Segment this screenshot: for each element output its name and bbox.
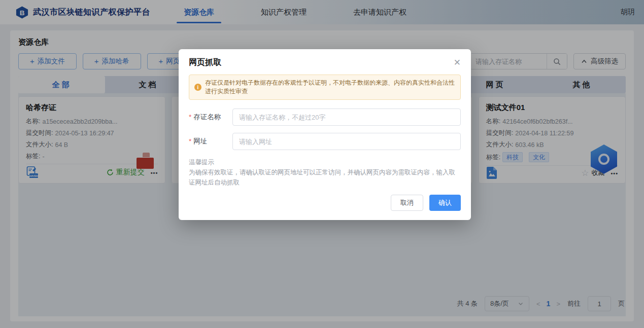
tip-title: 温馨提示 bbox=[189, 157, 461, 167]
cancel-button[interactable]: 取消 bbox=[391, 195, 423, 211]
warning-alert: 存证仅是针对电子数据存在的客观性予以证明，不对电子数据的来源、内容的真实性和合法… bbox=[189, 75, 461, 100]
confirm-button[interactable]: 确认 bbox=[429, 195, 461, 211]
capture-form: 存证名称 网址 bbox=[189, 108, 461, 150]
tip-body: 为确保有效取证，请确认取证的网页地址可以正常访问，并确认网页内容为需取证内容，输… bbox=[189, 167, 461, 188]
field-label-name: 存证名称 bbox=[189, 113, 232, 122]
close-icon[interactable] bbox=[454, 58, 461, 67]
webpage-capture-dialog: 网页抓取 存证仅是针对电子数据存在的客观性予以证明，不对电子数据的来源、内容的真… bbox=[179, 49, 471, 220]
field-label-url: 网址 bbox=[189, 137, 232, 146]
info-icon bbox=[194, 84, 201, 91]
form-row-name: 存证名称 bbox=[189, 108, 461, 126]
modal-header: 网页抓取 bbox=[189, 57, 461, 68]
alert-text: 存证仅是针对电子数据存在的客观性予以证明，不对电子数据的来源、内容的真实性和合法… bbox=[205, 79, 455, 96]
modal-footer: 取消 确认 bbox=[189, 195, 461, 211]
form-row-url: 网址 bbox=[189, 133, 461, 150]
modal-title: 网页抓取 bbox=[189, 57, 221, 68]
tip-block: 温馨提示 为确保有效取证，请确认取证的网页地址可以正常访问，并确认网页内容为需取… bbox=[189, 157, 461, 188]
url-input[interactable] bbox=[232, 133, 461, 150]
evidence-name-input[interactable] bbox=[232, 108, 461, 126]
